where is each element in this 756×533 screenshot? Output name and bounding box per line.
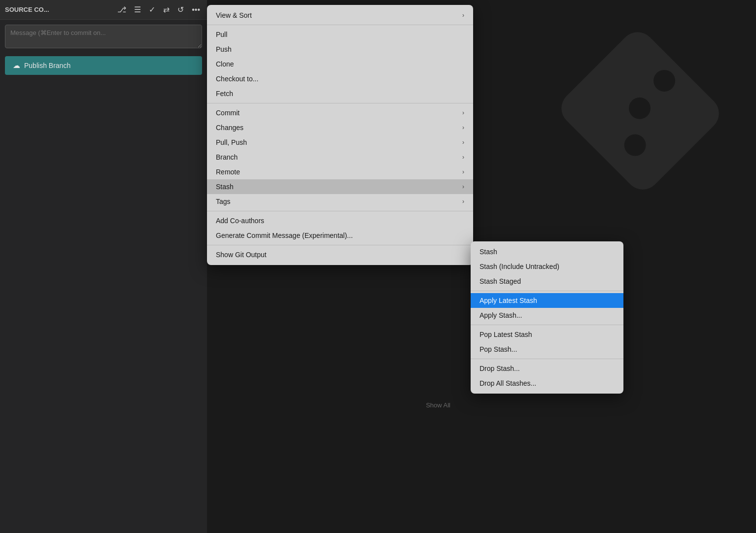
menu-item-stash[interactable]: Stash › <box>207 179 473 194</box>
menu-item-branch[interactable]: Branch › <box>207 150 473 165</box>
menu-item-changes[interactable]: Changes › <box>207 120 473 135</box>
menu-item-tags[interactable]: Tags › <box>207 194 473 209</box>
menu-item-commit[interactable]: Commit › <box>207 105 473 120</box>
menu-divider-3 <box>207 211 473 211</box>
submenu-divider-2 <box>471 325 623 325</box>
source-control-title: SOURCE CO... <box>5 6 111 13</box>
list-icon[interactable]: ☰ <box>132 4 143 15</box>
menu-item-pull[interactable]: Pull <box>207 27 473 42</box>
submenu-item-pop-latest-stash[interactable]: Pop Latest Stash <box>471 327 623 342</box>
upload-icon: ☁ <box>13 61 20 70</box>
submenu-item-pop-stash[interactable]: Pop Stash... <box>471 342 623 357</box>
submenu-item-drop-stash[interactable]: Drop Stash... <box>471 361 623 376</box>
toolbar: SOURCE CO... ⎇ ☰ ✓ ⇄ ↺ ••• <box>0 0 207 20</box>
check-icon[interactable]: ✓ <box>147 4 157 15</box>
branch-icon[interactable]: ⎇ <box>115 4 128 15</box>
submenu-divider-3 <box>471 359 623 359</box>
submenu-item-apply-stash[interactable]: Apply Stash... <box>471 308 623 323</box>
menu-item-fetch[interactable]: Fetch <box>207 86 473 101</box>
publish-branch-label: Publish Branch <box>24 62 70 69</box>
menu-divider-2 <box>207 103 473 103</box>
submenu-item-stash-include-untracked[interactable]: Stash (Include Untracked) <box>471 259 623 274</box>
submenu-stash-label: Stash <box>480 248 497 256</box>
stash-submenu: Stash Stash (Include Untracked) Stash St… <box>471 241 623 394</box>
menu-item-view-sort[interactable]: View & Sort › <box>207 8 473 23</box>
menu-divider <box>207 25 473 25</box>
git-background-icon <box>554 25 726 197</box>
chevron-right-icon: › <box>462 12 464 19</box>
submenu-apply-latest-label: Apply Latest Stash <box>480 297 537 304</box>
submenu-stash-staged-label: Stash Staged <box>480 277 521 285</box>
sync-icon[interactable]: ⇄ <box>161 4 172 15</box>
publish-branch-button[interactable]: ☁ Publish Branch <box>5 56 202 75</box>
menu-item-show-git-output[interactable]: Show Git Output <box>207 247 473 262</box>
menu-item-generate-commit[interactable]: Generate Commit Message (Experimental)..… <box>207 228 473 243</box>
refresh-icon[interactable]: ↺ <box>175 4 186 15</box>
menu-item-checkout[interactable]: Checkout to... <box>207 71 473 86</box>
commit-message-input[interactable] <box>5 25 202 48</box>
submenu-item-drop-all-stashes[interactable]: Drop All Stashes... <box>471 376 623 391</box>
chevron-right-icon: › <box>462 168 464 175</box>
menu-item-remote[interactable]: Remote › <box>207 165 473 179</box>
menu-item-push[interactable]: Push <box>207 42 473 57</box>
submenu-apply-stash-label: Apply Stash... <box>480 311 522 319</box>
submenu-pop-stash-label: Pop Stash... <box>480 345 517 353</box>
commit-input-area <box>0 20 207 53</box>
submenu-item-stash[interactable]: Stash <box>471 244 623 259</box>
menu-item-add-coauthors[interactable]: Add Co-authors <box>207 213 473 228</box>
menu-divider-4 <box>207 245 473 245</box>
main-context-menu: View & Sort › Pull Push Clone Checkout t… <box>207 5 473 265</box>
chevron-right-icon: › <box>462 139 464 146</box>
submenu-pop-latest-label: Pop Latest Stash <box>480 331 532 338</box>
submenu-drop-stash-label: Drop Stash... <box>480 365 520 372</box>
more-icon[interactable]: ••• <box>190 4 202 15</box>
submenu-item-stash-staged[interactable]: Stash Staged <box>471 274 623 289</box>
submenu-drop-all-label: Drop All Stashes... <box>480 379 536 387</box>
left-panel: SOURCE CO... ⎇ ☰ ✓ ⇄ ↺ ••• ☁ Publish Bra… <box>0 0 207 533</box>
show-all-label: Show All <box>426 401 450 409</box>
submenu-stash-include-label: Stash (Include Untracked) <box>480 263 559 270</box>
menu-item-pull-push[interactable]: Pull, Push › <box>207 135 473 150</box>
chevron-right-icon: › <box>462 154 464 161</box>
submenu-divider-1 <box>471 291 623 291</box>
chevron-right-icon: › <box>462 198 464 205</box>
menu-item-clone[interactable]: Clone <box>207 57 473 71</box>
chevron-right-icon: › <box>462 109 464 116</box>
submenu-item-apply-latest-stash[interactable]: Apply Latest Stash <box>471 293 623 308</box>
chevron-right-icon: › <box>462 124 464 131</box>
chevron-right-icon: › <box>462 183 464 190</box>
